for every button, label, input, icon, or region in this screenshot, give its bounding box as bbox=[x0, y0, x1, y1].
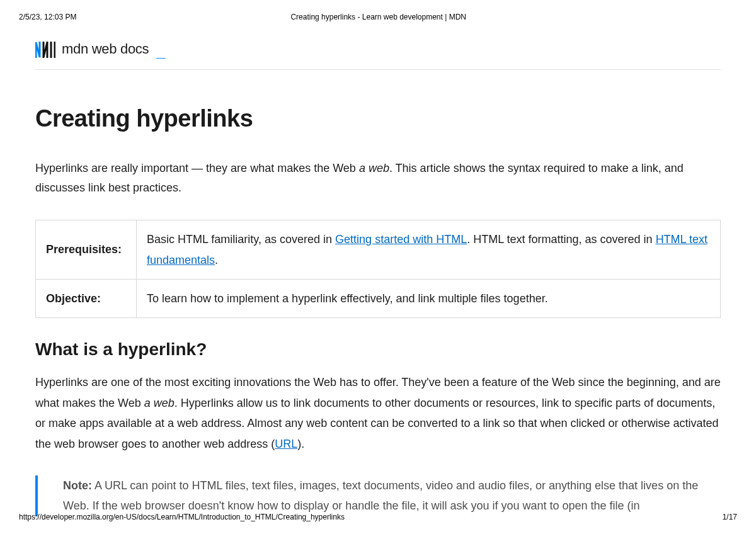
table-row: Objective: To learn how to implement a h… bbox=[36, 279, 721, 317]
p1-em: a web bbox=[144, 397, 175, 409]
print-timestamp: 2/5/23, 12:03 PM bbox=[19, 13, 76, 21]
body-paragraph: Hyperlinks are one of the most exciting … bbox=[35, 372, 721, 454]
meta-table: Prerequisites: Basic HTML familiarity, a… bbox=[35, 220, 721, 318]
print-header-spacer bbox=[680, 13, 737, 21]
prereq-text-c: . bbox=[215, 254, 218, 266]
link-getting-started[interactable]: Getting started with HTML bbox=[335, 233, 467, 246]
objective-label: Objective: bbox=[36, 279, 137, 317]
print-doc-title: Creating hyperlinks - Learn web developm… bbox=[290, 13, 466, 21]
note-callout: Note: A URL can point to HTML files, tex… bbox=[35, 475, 721, 516]
brand-name: mdn web docs bbox=[62, 41, 149, 57]
note-text: Note: A URL can point to HTML files, tex… bbox=[63, 475, 721, 516]
mdn-logo-icon bbox=[35, 40, 55, 58]
table-row: Prerequisites: Basic HTML familiarity, a… bbox=[36, 220, 721, 280]
prereq-text-a: Basic HTML familiarity, as covered in bbox=[147, 233, 335, 246]
print-footer: https://developer.mozilla.org/en-US/docs… bbox=[19, 513, 737, 521]
prereq-text-b: . HTML text formatting, as covered in bbox=[467, 233, 655, 246]
intro-text-a: Hyperlinks are really important — they a… bbox=[35, 162, 359, 174]
prereq-value: Basic HTML familiarity, as covered in Ge… bbox=[137, 220, 721, 280]
intro-paragraph: Hyperlinks are really important — they a… bbox=[35, 159, 721, 197]
site-logo[interactable]: mdn web docs _ bbox=[35, 40, 721, 70]
brand-underscore: _ bbox=[156, 45, 165, 58]
prereq-label: Prerequisites: bbox=[36, 220, 137, 280]
objective-value: To learn how to implement a hyperlink ef… bbox=[137, 279, 721, 317]
print-url: https://developer.mozilla.org/en-US/docs… bbox=[19, 513, 345, 521]
section-heading: What is a hyperlink? bbox=[35, 339, 721, 360]
link-url[interactable]: URL bbox=[275, 438, 297, 450]
print-page-number: 1/17 bbox=[723, 513, 737, 521]
print-header: 2/5/23, 12:03 PM Creating hyperlinks - L… bbox=[0, 0, 756, 21]
note-body: A URL can point to HTML files, text file… bbox=[63, 479, 698, 512]
page-title: Creating hyperlinks bbox=[35, 105, 721, 132]
p1-c: ). bbox=[297, 438, 304, 450]
note-label: Note: bbox=[63, 479, 92, 492]
intro-em: a web bbox=[359, 162, 389, 174]
